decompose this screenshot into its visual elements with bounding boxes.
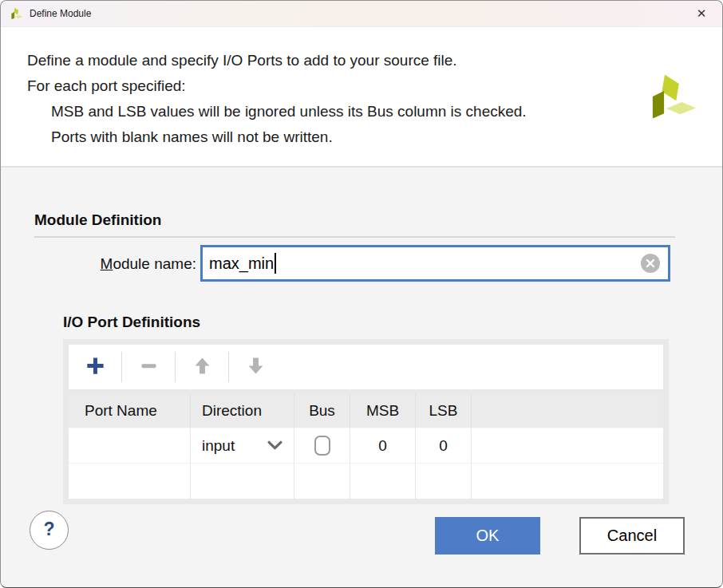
arrow-down-icon — [246, 356, 266, 378]
bus-checkbox[interactable] — [314, 436, 330, 456]
msb-cell[interactable] — [350, 464, 416, 499]
clear-input-icon[interactable] — [641, 254, 660, 273]
description-text: Define a module and specify I/O Ports to… — [27, 48, 527, 150]
col-header-port-name[interactable]: Port Name — [69, 394, 191, 428]
direction-cell[interactable]: input — [191, 428, 294, 464]
remove-port-button[interactable] — [122, 345, 175, 389]
bus-cell — [294, 428, 350, 464]
msb-cell[interactable]: 0 — [350, 428, 416, 464]
lsb-cell[interactable]: 0 — [416, 428, 472, 464]
direction-cell[interactable] — [191, 464, 294, 499]
bus-cell[interactable] — [294, 464, 350, 499]
io-port-definitions-title: I/O Port Definitions — [63, 314, 200, 331]
window-title: Define Module — [30, 8, 91, 19]
table-header-row: Port Name Direction Bus MSB LSB — [69, 394, 663, 428]
col-header-bus[interactable]: Bus — [294, 394, 350, 428]
label-rest: odule name: — [113, 255, 196, 272]
module-name-label: Module name: — [33, 255, 196, 273]
cancel-button[interactable]: Cancel — [579, 517, 685, 554]
help-button[interactable]: ? — [30, 511, 69, 550]
col-header-direction[interactable]: Direction — [191, 394, 294, 428]
chevron-down-icon[interactable] — [267, 437, 282, 455]
description-line-4: Ports with blank names will not be writt… — [27, 124, 527, 150]
move-up-button[interactable] — [176, 345, 228, 389]
description-line-2: For each port specified: — [27, 73, 527, 99]
filler-cell — [472, 464, 663, 499]
filler-cell — [472, 428, 663, 464]
plus-icon — [85, 355, 106, 379]
module-name-input[interactable]: max_min — [200, 245, 670, 282]
vivado-logo-icon — [10, 7, 23, 20]
io-port-table: Port Name Direction Bus MSB LSB input — [69, 394, 663, 499]
close-button[interactable]: ✕ — [685, 2, 717, 25]
direction-select-value: input — [202, 437, 235, 455]
minus-icon — [138, 355, 160, 379]
port-name-cell[interactable] — [69, 464, 191, 499]
arrow-up-icon — [192, 356, 212, 378]
vivado-logo-large-icon — [646, 69, 697, 128]
col-header-lsb[interactable]: LSB — [416, 394, 472, 428]
port-name-cell[interactable] — [69, 428, 191, 464]
close-icon: ✕ — [697, 6, 707, 21]
lsb-cell[interactable] — [416, 464, 472, 499]
module-definition-title: Module Definition — [34, 211, 161, 229]
text-caret — [275, 253, 276, 274]
col-header-filler — [472, 394, 663, 428]
description-line-1: Define a module and specify I/O Ports to… — [27, 48, 527, 73]
col-header-msb[interactable]: MSB — [350, 394, 416, 428]
title-bar: Define Module ✕ — [1, 1, 722, 27]
move-down-button[interactable] — [229, 345, 282, 389]
io-port-table-panel: Port Name Direction Bus MSB LSB input — [63, 339, 669, 504]
define-module-dialog: Define Module ✕ Define a module and spec… — [0, 0, 723, 588]
description-panel: Define a module and specify I/O Ports to… — [1, 27, 722, 168]
add-port-button[interactable] — [69, 345, 121, 389]
ok-button[interactable]: OK — [435, 517, 540, 554]
module-name-value: max_min — [209, 255, 274, 273]
description-line-3: MSB and LSB values will be ignored unles… — [27, 99, 527, 124]
table-row — [69, 464, 663, 499]
label-mnemonic: M — [101, 255, 113, 272]
table-toolbar — [69, 345, 663, 389]
table-row: input 0 0 — [69, 428, 663, 464]
section-divider — [34, 236, 675, 238]
